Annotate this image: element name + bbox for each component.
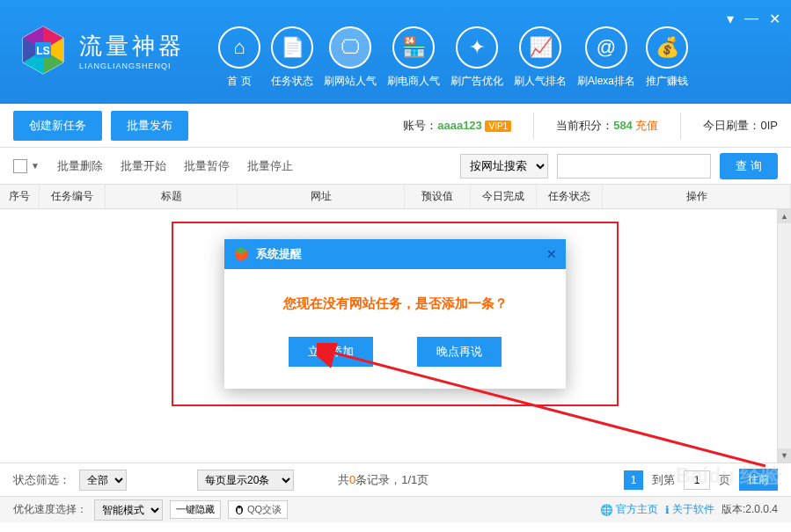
- per-page-select[interactable]: 每页显示20条: [197, 470, 294, 491]
- recharge-link[interactable]: 充值: [635, 119, 658, 132]
- pagination-bar: 状态筛选： 全部 每页显示20条 共0条记录，1/1页 1 到第 页 往前: [0, 463, 791, 496]
- nav-home[interactable]: ⌂首 页: [218, 26, 260, 89]
- qq-chat-button[interactable]: QQ交谈: [228, 500, 288, 519]
- batch-stop-link[interactable]: 批量停止: [240, 158, 300, 174]
- query-button[interactable]: 查 询: [720, 153, 778, 179]
- dialog-cancel-button[interactable]: 晚点再说: [417, 337, 502, 367]
- footer-bar: 优化速度选择： 智能模式 一键隐藏 QQ交谈 🌐官方主页 ℹ关于软件 版本:2.…: [0, 496, 791, 522]
- col-title: 标题: [106, 185, 238, 208]
- col-status: 任务状态: [537, 185, 603, 208]
- svg-point-14: [238, 508, 242, 514]
- dialog-confirm-button[interactable]: 立即添加: [289, 337, 373, 367]
- app-subtitle: LIANGLIANGSHENQI: [79, 62, 185, 70]
- col-url: 网址: [238, 185, 405, 208]
- points-label: 当前积分：584 充值: [556, 118, 658, 134]
- scroll-down-icon[interactable]: ▼: [778, 448, 791, 463]
- hide-button[interactable]: 一键隐藏: [170, 500, 221, 519]
- dialog-title: 系统提醒: [256, 246, 546, 262]
- batch-delete-link[interactable]: 批量删除: [50, 158, 110, 174]
- nav-alexa[interactable]: @刷Alexa排名: [577, 26, 635, 89]
- select-dropdown-icon[interactable]: ▼: [31, 161, 40, 171]
- speed-label: 优化速度选择：: [13, 502, 87, 517]
- vertical-scrollbar[interactable]: ▲ ▼: [777, 209, 791, 463]
- col-seq: 序号: [0, 185, 40, 208]
- toolbar: 创建新任务 批量发布 账号：aaaa123 VIP1 当前积分：584 充值 今…: [0, 104, 791, 148]
- col-preset: 预设值: [405, 185, 471, 208]
- dialog-message: 您现在没有网站任务，是否添加一条？: [242, 295, 548, 312]
- today-count: 今日刷量：0IP: [703, 118, 778, 134]
- nav-promote[interactable]: 💰推广赚钱: [646, 26, 688, 89]
- about-link[interactable]: ℹ关于软件: [665, 502, 714, 517]
- batch-pause-link[interactable]: 批量暂停: [177, 158, 237, 174]
- goto-page-button[interactable]: 往前: [739, 469, 778, 491]
- window-menu-icon[interactable]: ▾: [727, 11, 734, 27]
- system-reminder-dialog: 系统提醒 ✕ 您现在没有网站任务，是否添加一条？ 立即添加 晚点再说: [224, 239, 566, 389]
- page-number[interactable]: 1: [624, 470, 643, 490]
- app-header: ▾ — ✕ LS 流量神器 LIANGLIANGSHENQI ⌂首 页 📄任务状…: [0, 0, 791, 104]
- status-filter-select[interactable]: 全部: [79, 470, 127, 491]
- nav-ad-optimize[interactable]: ✦刷广告优化: [450, 26, 503, 89]
- status-filter-label: 状态筛选：: [13, 472, 70, 488]
- nav-ecommerce[interactable]: 🏪刷电商人气: [387, 26, 440, 89]
- svg-text:LS: LS: [36, 45, 49, 57]
- records-info: 共0条记录，1/1页: [338, 472, 428, 488]
- account-label: 账号：aaaa123 VIP1: [403, 118, 511, 134]
- search-input[interactable]: [557, 154, 711, 179]
- batch-start-link[interactable]: 批量开始: [114, 158, 173, 174]
- dialog-close-button[interactable]: ✕: [546, 247, 557, 261]
- svg-point-16: [240, 507, 242, 509]
- app-title: 流量神器: [79, 31, 185, 62]
- search-type-select[interactable]: 按网址搜索: [460, 154, 548, 179]
- dialog-logo-icon: [233, 246, 249, 262]
- table-header: 序号 任务编号 标题 网址 预设值 今日完成 任务状态 操作: [0, 185, 791, 209]
- action-bar: ▼ 批量删除 批量开始 批量暂停 批量停止 按网址搜索 查 询: [0, 148, 791, 185]
- nav-ranking[interactable]: 📈刷人气排名: [514, 26, 567, 89]
- goto-page-input[interactable]: [684, 470, 710, 490]
- col-op: 操作: [603, 185, 791, 208]
- app-logo-icon: LS: [18, 25, 69, 76]
- select-all-checkbox[interactable]: [13, 159, 27, 173]
- batch-publish-button[interactable]: 批量发布: [111, 111, 188, 141]
- version-info: 版本:2.0.0.4: [721, 502, 778, 517]
- minimize-icon[interactable]: —: [744, 11, 758, 27]
- nav-task-status[interactable]: 📄任务状态: [271, 26, 313, 89]
- col-tasknum: 任务编号: [40, 185, 106, 208]
- nav-website-traffic[interactable]: 🖵刷网站人气: [324, 26, 377, 89]
- official-site-link[interactable]: 🌐官方主页: [600, 502, 658, 517]
- new-task-button[interactable]: 创建新任务: [13, 111, 102, 141]
- main-nav: ⌂首 页 📄任务状态 🖵刷网站人气 🏪刷电商人气 ✦刷广告优化 📈刷人气排名 @…: [218, 26, 688, 89]
- col-today: 今日完成: [471, 185, 537, 208]
- qq-penguin-icon: [234, 505, 245, 515]
- svg-point-15: [238, 507, 239, 509]
- speed-mode-select[interactable]: 智能模式: [94, 499, 163, 521]
- close-icon[interactable]: ✕: [769, 11, 780, 27]
- scroll-up-icon[interactable]: ▲: [778, 209, 791, 223]
